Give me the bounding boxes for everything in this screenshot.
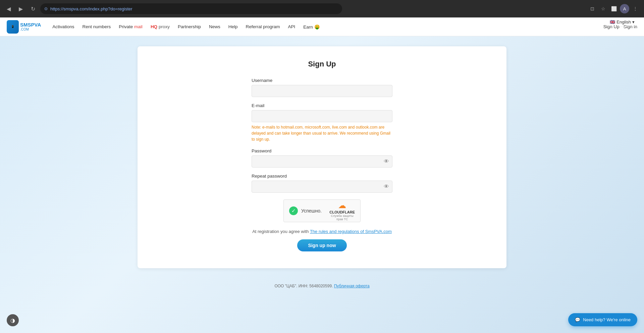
captcha-right: ☁ CLOUDFLARE Служба защиты прав ТС	[329, 201, 355, 221]
flag-icon: 🇬🇧	[610, 19, 615, 25]
nav-earn[interactable]: Earn 🤑	[300, 23, 323, 31]
logo-com: .COM	[20, 28, 41, 31]
accessibility-button[interactable]: ◑	[7, 314, 19, 326]
password-eye-icon[interactable]: 👁	[384, 158, 389, 164]
username-input[interactable]	[252, 85, 392, 97]
email-label: E-mail	[252, 103, 392, 108]
cast-icon[interactable]: ⊡	[588, 4, 597, 13]
nav-partnership[interactable]: Partnership	[174, 23, 204, 31]
captcha-wrapper: ✓ Успешно. ☁ CLOUDFLARE Служба защиты пр…	[154, 199, 490, 222]
profile-avatar[interactable]: A	[620, 4, 629, 13]
cloudflare-sub: Служба защиты прав ТС	[330, 214, 354, 221]
site-header: 🇬🇧 English ▾ 📱 SMSPVA .COM Activations R…	[0, 17, 644, 36]
nav-news[interactable]: News	[206, 23, 224, 31]
nav-api[interactable]: API	[285, 23, 299, 31]
repeat-password-input[interactable]	[252, 181, 392, 193]
forward-button[interactable]: ▶	[16, 4, 25, 13]
mail-label: mail	[134, 24, 143, 29]
lang-chevron-icon: ▾	[632, 19, 635, 25]
nav-help[interactable]: Help	[225, 23, 241, 31]
chat-label: Need help? We're online	[583, 317, 631, 322]
logo-smspva: SMSPVA	[20, 22, 41, 28]
captcha-text: Успешно.	[301, 208, 322, 213]
chat-icon: 💬	[575, 317, 580, 322]
page-footer: ООО "ЦАБ". ИНН: 5648020599. Публичная оф…	[0, 278, 644, 294]
captcha-left: ✓ Успешно.	[289, 206, 322, 215]
nav-activations[interactable]: Activations	[49, 23, 77, 31]
cloudflare-label: CLOUDFLARE	[329, 210, 355, 214]
page-content: Sign Up Username E-mail Note: e-mails to…	[0, 36, 644, 278]
accessibility-icon: ◑	[10, 317, 15, 324]
address-bar: ⊙	[40, 3, 342, 14]
main-nav: Activations Rent numbers Private mail HQ…	[49, 23, 603, 31]
proxy-label: proxy	[159, 24, 170, 29]
repeat-password-group: Repeat password 👁	[252, 174, 392, 193]
password-input[interactable]	[252, 155, 392, 168]
username-label: Username	[252, 78, 392, 83]
signup-card: Sign Up Username E-mail Note: e-mails to…	[138, 46, 506, 268]
email-group: E-mail Note: e-mails to hotmail.com, mic…	[252, 103, 392, 142]
email-note: Note: e-mails to hotmail.com, microsoft.…	[252, 124, 392, 142]
browser-toolbar: ⊡ ☆ ⬜ A ⋮	[588, 4, 640, 13]
nav-rent-numbers[interactable]: Rent numbers	[79, 23, 114, 31]
extension-icon[interactable]: ⬜	[609, 4, 619, 13]
hq-label: HQ	[151, 24, 157, 29]
agree-text: At registration you agree with The rules…	[154, 229, 490, 234]
browser-chrome: ◀ ▶ ↻ ⊙ ⊡ ☆ ⬜ A ⋮	[0, 0, 644, 17]
bookmark-icon[interactable]: ☆	[598, 4, 608, 13]
username-group: Username	[252, 78, 392, 97]
url-input[interactable]	[50, 6, 338, 11]
signup-btn-wrapper: Sign up now	[154, 239, 490, 251]
signup-title: Sign Up	[154, 60, 490, 68]
cloudflare-cloud-icon: ☁	[338, 201, 346, 210]
nav-private-mail[interactable]: Private mail	[115, 23, 146, 31]
repeat-password-wrapper: 👁	[252, 181, 392, 193]
lang-label: English	[616, 19, 631, 25]
help-chat-button[interactable]: 💬 Need help? We're online	[568, 313, 637, 326]
logo-icon: 📱	[7, 20, 19, 34]
password-wrapper: 👁	[252, 155, 392, 168]
security-icon: ⊙	[44, 6, 48, 11]
captcha-box[interactable]: ✓ Успешно. ☁ CLOUDFLARE Служба защиты пр…	[283, 199, 361, 222]
repeat-password-eye-icon[interactable]: 👁	[384, 184, 389, 190]
email-input[interactable]	[252, 110, 392, 122]
captcha-check-icon: ✓	[289, 206, 298, 215]
menu-icon[interactable]: ⋮	[631, 4, 640, 13]
company-info: ООО "ЦАБ". ИНН: 5648020599.	[274, 284, 333, 288]
offer-link[interactable]: Публичная оферта	[334, 284, 370, 288]
nav-referral[interactable]: Referral program	[242, 23, 283, 31]
refresh-button[interactable]: ↻	[28, 4, 38, 13]
logo-text: SMSPVA .COM	[20, 22, 41, 32]
repeat-password-label: Repeat password	[252, 174, 392, 179]
site-logo[interactable]: 📱 SMSPVA .COM	[7, 20, 41, 34]
agree-prefix: At registration you agree with	[252, 229, 310, 234]
lang-selector[interactable]: 🇬🇧 English ▾	[607, 17, 637, 27]
rules-link[interactable]: The rules and regulations of SmsPVA.com	[310, 229, 392, 234]
password-group: Password 👁	[252, 148, 392, 168]
back-button[interactable]: ◀	[4, 4, 13, 13]
signup-submit-button[interactable]: Sign up now	[297, 239, 346, 251]
password-label: Password	[252, 148, 392, 153]
nav-hq-proxy[interactable]: HQ proxy	[147, 23, 173, 31]
